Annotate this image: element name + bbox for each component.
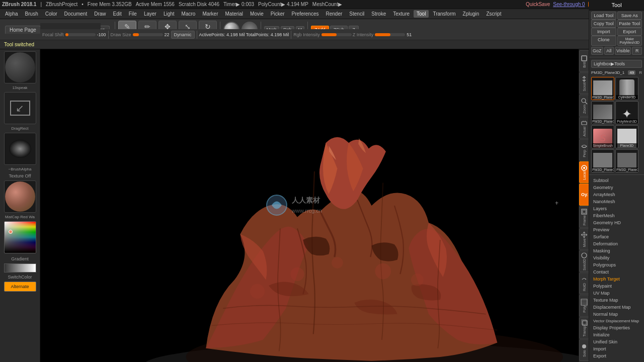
layers-menu-item[interactable]: Layers	[592, 205, 641, 212]
strip-btn-dynamic[interactable]: Perp	[579, 139, 589, 161]
visible-btn[interactable]: Visible	[615, 47, 631, 55]
menu-movie[interactable]: Movie	[247, 10, 267, 18]
fibermesh-menu-item[interactable]: FiberMesh	[592, 212, 641, 219]
morph-target-menu-item[interactable]: Morph Target	[592, 276, 641, 283]
color-picker[interactable]	[4, 221, 36, 253]
vector-displacement-map-menu-item[interactable]: Vector Displacement Map	[592, 318, 641, 324]
menu-preferences[interactable]: Preferences	[289, 10, 322, 18]
thumb-pm3d-plane3d[interactable]: PM3D_Plane3D_	[591, 77, 614, 100]
arraymesh-menu-item[interactable]: ArrayMesh	[592, 191, 641, 198]
brush-thumbnail[interactable]	[4, 51, 36, 83]
export-tool-btn[interactable]: Export	[617, 28, 642, 36]
strip-btn-frame[interactable]: Frame	[579, 206, 589, 228]
menu-zscript[interactable]: Zscript	[483, 10, 504, 18]
unified-skin-menu-item[interactable]: Unified Skin	[592, 338, 641, 345]
display-properties-menu-item[interactable]: Display Properties	[592, 324, 641, 331]
menu-stroke[interactable]: Stroke	[368, 10, 389, 18]
draw-size-slider[interactable]	[133, 33, 163, 36]
nanomesh-menu-item[interactable]: NanoMesh	[592, 198, 641, 205]
preview-menu-item[interactable]: Preview	[592, 226, 641, 233]
matcap-thumbnail[interactable]	[4, 180, 36, 213]
strip-btn-actual[interactable]: Actual	[579, 117, 589, 139]
save-as-btn[interactable]: Save As	[617, 12, 642, 20]
menu-layer[interactable]: Layer	[141, 10, 159, 18]
strip-btn-brill[interactable]: Brill	[579, 50, 589, 72]
visibility-menu-item[interactable]: Visibility	[592, 254, 641, 261]
lightbox-tools-btn[interactable]: Lightbox▶Tools	[591, 60, 642, 68]
normal-map-menu-item[interactable]: Normal Map	[592, 311, 641, 318]
subtool-menu-item[interactable]: Subtool	[592, 177, 641, 184]
tab-home-page[interactable]: Home Page	[5, 26, 41, 34]
texture-map-menu-item[interactable]: Texture Map	[592, 297, 641, 304]
menu-render[interactable]: Render	[323, 10, 346, 18]
clone-btn[interactable]: Clone	[591, 36, 616, 46]
menu-edit[interactable]: Edit	[110, 10, 125, 18]
brush-alpha-thumbnail[interactable]	[4, 133, 36, 165]
make-polymesh-btn[interactable]: Make PolyMesh3D	[617, 36, 642, 46]
all-btn[interactable]: All	[604, 47, 614, 55]
contact-menu-item[interactable]: Contact	[592, 268, 641, 276]
r-btn[interactable]: R	[632, 47, 642, 55]
thumb-pm3d-plane3d-4[interactable]: PM3D_Plane3D_	[615, 149, 638, 172]
menu-zplugin[interactable]: Zplugin	[460, 10, 482, 18]
initialize-menu-item[interactable]: Initialize	[592, 331, 641, 338]
strip-btn-solo3d[interactable]: Solo3D	[579, 250, 589, 272]
strip-btn-transp[interactable]: Transp	[579, 317, 589, 339]
viewport[interactable]: 人人素材 www.rrcg.cn +	[40, 49, 589, 362]
strip-btn-oyz[interactable]: Oyz	[579, 184, 589, 205]
focal-shift-slider[interactable]	[65, 33, 96, 36]
menu-light[interactable]: Light	[160, 10, 178, 18]
menu-brush[interactable]: Brush	[22, 10, 41, 18]
thumb-polymesh3d[interactable]: ✦ PolyMesh3D	[615, 101, 638, 124]
quicksave-btn[interactable]: QuickSave	[526, 2, 550, 7]
menu-tool[interactable]: Tool	[414, 10, 429, 18]
see-through-btn[interactable]: See-through 0	[553, 2, 585, 7]
import-tool-btn[interactable]: Import	[591, 28, 616, 36]
deformation-menu-item[interactable]: Deformation	[592, 240, 641, 247]
gradient-swatch[interactable]	[4, 263, 36, 273]
displacement-map-menu-item[interactable]: Displacement Map	[592, 304, 641, 311]
menu-marker[interactable]: Marker	[199, 10, 221, 18]
thumb-cylinder3d[interactable]: Cylinder3D	[615, 77, 638, 100]
menu-alpha[interactable]: Alpha	[2, 10, 21, 18]
thumb-simplebrush[interactable]: S SimpleBrush	[591, 125, 614, 148]
menu-document[interactable]: Document	[61, 10, 91, 18]
menu-material[interactable]: Material	[222, 10, 247, 18]
menu-picker[interactable]: Picker	[268, 10, 288, 18]
z-intensity-slider[interactable]	[375, 33, 405, 36]
surface-menu-item[interactable]: Surface	[592, 233, 641, 240]
thumb-pm3d-plane3d-2[interactable]: PM3D_Plane3D_	[591, 101, 614, 124]
copy-tool-btn[interactable]: Copy Tool	[591, 20, 616, 28]
load-tool-btn[interactable]: Load Tool	[591, 12, 616, 20]
strip-btn-scroll[interactable]: Scroll	[579, 72, 589, 94]
menu-transform[interactable]: Transform	[430, 10, 458, 18]
strip-btn-move[interactable]: Move	[579, 228, 589, 250]
geometry-hd-menu-item[interactable]: Geometry HD	[592, 219, 641, 226]
goz-btn[interactable]: GoZ	[591, 47, 603, 55]
menu-file[interactable]: File	[126, 10, 140, 18]
thumb-plane3d[interactable]: Plane3D	[615, 125, 638, 148]
polygroups-menu-item[interactable]: Polygroups	[592, 261, 641, 268]
dynamic-btn[interactable]: Dynamic	[171, 31, 195, 39]
import-btn-menu-item[interactable]: Import	[592, 345, 641, 352]
export-btn-menu-item[interactable]: Export	[592, 352, 641, 359]
strip-btn-rotd[interactable]: RotD	[579, 273, 589, 294]
geometry-menu-item[interactable]: Geometry	[592, 184, 641, 191]
thumb-pm3d-plane3d-3[interactable]: PM3D_Plane3D_	[591, 149, 614, 172]
strip-btn-line-fill[interactable]: Poly	[579, 295, 589, 316]
polypaint-menu-item[interactable]: Polypaint	[592, 283, 641, 290]
strip-btn-zoom[interactable]: Zoom	[579, 95, 589, 116]
menu-texture[interactable]: Texture	[390, 10, 413, 18]
menu-draw[interactable]: Draw	[91, 10, 109, 18]
menu-stencil[interactable]: Stencil	[346, 10, 367, 18]
paste-tool-btn[interactable]: Paste Tool	[617, 20, 642, 28]
strip-btn-local[interactable]: Local	[579, 161, 589, 183]
menu-color[interactable]: Color	[42, 10, 60, 18]
masking-menu-item[interactable]: Masking	[592, 247, 641, 254]
menu-macro[interactable]: Macro	[179, 10, 199, 18]
rgb-intensity-slider[interactable]	[321, 33, 352, 36]
switch-color-btn[interactable]: Alternate	[4, 282, 36, 292]
strip-btn-solo[interactable]: Solo	[579, 339, 589, 361]
drag-rect-thumbnail[interactable]: ↙	[4, 92, 36, 124]
uv-map-menu-item[interactable]: UV Map	[592, 290, 641, 297]
